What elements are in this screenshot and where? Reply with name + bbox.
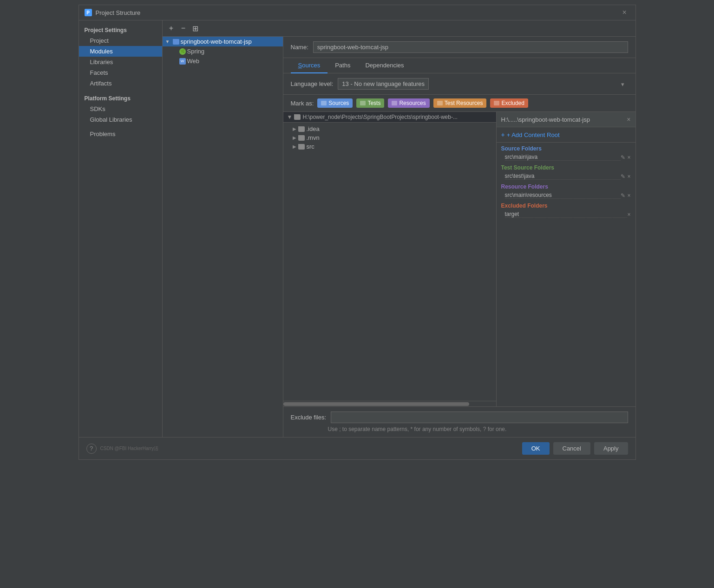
sidebar-item-global-libraries[interactable]: Global Libraries xyxy=(79,114,162,125)
file-item-src[interactable]: ▶ src xyxy=(283,142,496,151)
tree-item-web-label: Web xyxy=(187,58,200,65)
bottom-bar: ? CSDN @FBI HackerHarry活 OK Cancel Apply xyxy=(79,437,635,459)
title-bar: P Project Structure × xyxy=(79,5,635,20)
sidebar-item-libraries[interactable]: Libraries xyxy=(79,57,162,67)
close-button[interactable]: × xyxy=(622,9,630,16)
sidebar-item-facets[interactable]: Facets xyxy=(79,67,162,78)
project-settings-section: Project Settings xyxy=(79,24,162,35)
tab-dependencies[interactable]: Dependencies xyxy=(358,58,411,73)
language-select-wrapper: 13 - No new language features ▾ xyxy=(338,78,628,90)
mark-sources-button[interactable]: Sources xyxy=(317,98,353,108)
name-input[interactable] xyxy=(313,41,628,53)
exclude-row: Exclude files: xyxy=(291,412,628,423)
test-source-folder-entry: src\test\java ✎ × xyxy=(497,172,635,181)
remove-excluded-icon[interactable]: × xyxy=(627,211,630,218)
project-structure-dialog: P Project Structure × Project Settings P… xyxy=(79,5,636,460)
resource-folder-path: src\main\resources xyxy=(505,192,621,199)
mark-tests-button[interactable]: Tests xyxy=(356,98,384,108)
test-source-folders-header: Test Source Folders xyxy=(497,162,635,172)
apply-button[interactable]: Apply xyxy=(594,442,628,455)
sidebar: Project Settings Project Modules Librari… xyxy=(79,20,163,437)
dialog-title: Project Structure xyxy=(96,9,141,16)
sidebar-divider xyxy=(79,89,162,92)
source-folder-icons: ✎ × xyxy=(621,154,630,161)
sources-folder-icon xyxy=(321,101,327,105)
tree-item-root[interactable]: ▼ springboot-web-tomcat-jsp xyxy=(163,37,283,46)
bottom-left: ? CSDN @FBI HackerHarry活 xyxy=(86,444,159,454)
detail-panel: Name: Sources Paths Dependencies xyxy=(283,37,635,437)
sidebar-item-sdks[interactable]: SDKs xyxy=(79,104,162,114)
main-area: + − ⊞ ▼ springboot-web-tomcat-jsp xyxy=(163,20,635,437)
sidebar-item-project[interactable]: Project xyxy=(79,35,162,46)
excluded-folders-header: Excluded Folders xyxy=(497,200,635,210)
main-content: Project Settings Project Modules Librari… xyxy=(79,20,635,437)
source-folder-path: src\main\java xyxy=(505,154,621,161)
language-level-select[interactable]: 13 - No new language features xyxy=(338,78,429,90)
excluded-folder-path: target xyxy=(505,211,628,218)
mark-as-label: Mark as: xyxy=(291,100,314,107)
folder-icon-root xyxy=(173,39,179,45)
remove-test-source-icon[interactable]: × xyxy=(627,173,630,180)
file-path-row: ▼ H:\power_node\Projects\SpringBootProje… xyxy=(283,112,496,123)
right-panel-close-icon[interactable]: × xyxy=(627,116,630,123)
tests-folder-icon xyxy=(360,101,366,105)
tree-item-web[interactable]: W Web xyxy=(163,56,283,66)
resource-folder-entry: src\main\resources ✎ × xyxy=(497,191,635,200)
cancel-button[interactable]: Cancel xyxy=(553,442,590,455)
ok-button[interactable]: OK xyxy=(522,442,550,455)
sidebar-item-artifacts[interactable]: Artifacts xyxy=(79,78,162,89)
tab-paths[interactable]: Paths xyxy=(328,58,358,73)
language-level-label: Language level: xyxy=(291,80,334,87)
sidebar-item-modules[interactable]: Modules xyxy=(79,46,162,57)
add-icon: + xyxy=(501,131,505,138)
files-tree: ▶ .idea ▶ .mvn ▶ xyxy=(283,123,496,401)
remove-button[interactable]: − xyxy=(178,23,189,33)
name-label: Name: xyxy=(291,44,308,51)
folder-icon-mvn xyxy=(298,135,305,141)
expand-arrow-path: ▼ xyxy=(287,114,293,120)
tree-item-spring[interactable]: 🌿 Spring xyxy=(163,46,283,56)
app-icon: P xyxy=(85,9,92,16)
web-icon: W xyxy=(179,58,186,65)
add-button[interactable]: + xyxy=(166,23,177,33)
mark-resources-button[interactable]: Resources xyxy=(388,98,429,108)
source-folder-entry: src\main\java ✎ × xyxy=(497,153,635,162)
sidebar-item-problems[interactable]: Problems xyxy=(79,129,162,139)
tree-files-area: ▼ H:\power_node\Projects\SpringBootProje… xyxy=(283,112,635,406)
edit-source-icon[interactable]: ✎ xyxy=(621,154,625,161)
tab-sources[interactable]: Sources xyxy=(291,58,328,73)
tree-panel: ▼ springboot-web-tomcat-jsp 🌿 Spring xyxy=(163,37,283,437)
remove-source-icon[interactable]: × xyxy=(627,154,630,161)
spring-icon: 🌿 xyxy=(179,48,186,55)
platform-settings-section: Platform Settings xyxy=(79,92,162,104)
expand-arrow-mvn: ▶ xyxy=(293,135,296,140)
resource-folder-icons: ✎ × xyxy=(621,192,630,199)
mark-test-resources-button[interactable]: Test Resources xyxy=(433,98,487,108)
exclude-files-input[interactable] xyxy=(331,412,628,423)
remove-resource-icon[interactable]: × xyxy=(627,192,630,199)
add-content-root-button[interactable]: + + Add Content Root xyxy=(497,127,635,143)
edit-resource-icon[interactable]: ✎ xyxy=(621,192,625,199)
excluded-folder-icon xyxy=(494,101,499,105)
folder-icon-idea xyxy=(298,126,305,132)
mark-as-row: Mark as: Sources Tests Resources xyxy=(283,95,635,112)
horizontal-scrollbar[interactable] xyxy=(283,401,496,406)
right-panel: H:\.....\springboot-web-tomcat-jsp × + +… xyxy=(496,112,635,406)
test-source-folder-icons: ✎ × xyxy=(621,173,630,180)
file-item-idea[interactable]: ▶ .idea xyxy=(283,124,496,133)
tree-item-root-label: springboot-web-tomcat-jsp xyxy=(181,38,252,45)
help-button[interactable]: ? xyxy=(86,444,97,454)
file-item-mvn[interactable]: ▶ .mvn xyxy=(283,133,496,142)
tabs-bar: Sources Paths Dependencies xyxy=(283,58,635,73)
toolbar: + − ⊞ xyxy=(163,20,635,37)
bottom-right: OK Cancel Apply xyxy=(522,442,628,455)
copy-button[interactable]: ⊞ xyxy=(190,23,201,33)
mark-excluded-button[interactable]: Excluded xyxy=(490,98,528,108)
test-source-folder-path: src\test\java xyxy=(505,173,621,180)
tree-and-detail: ▼ springboot-web-tomcat-jsp 🌿 Spring xyxy=(163,37,635,437)
exclude-files-label: Exclude files: xyxy=(291,414,327,421)
exclude-files-hint: Use ; to separate name patterns, * for a… xyxy=(291,426,628,432)
folder-icon-src xyxy=(298,144,305,150)
edit-test-source-icon[interactable]: ✎ xyxy=(621,173,625,180)
sidebar-divider-2 xyxy=(79,125,162,129)
